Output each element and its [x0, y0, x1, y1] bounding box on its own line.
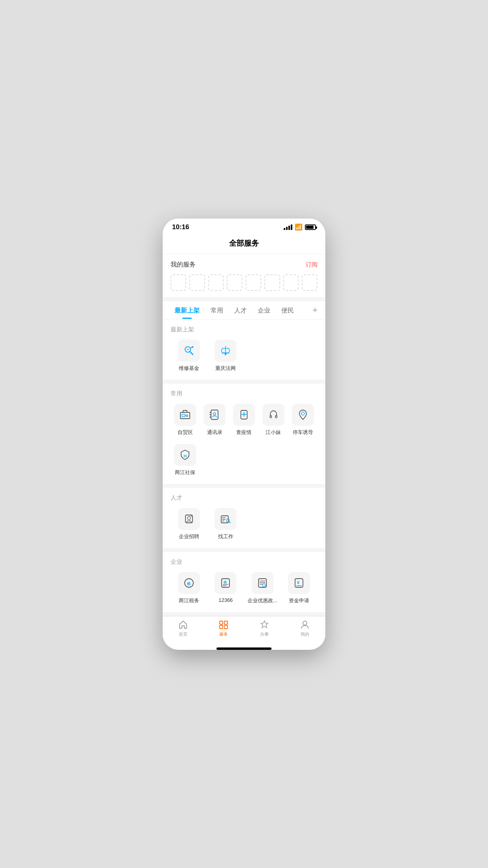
icon-自贸区	[174, 404, 196, 426]
status-bar: 10:16 📶	[163, 219, 325, 234]
icon-重庆法网	[215, 340, 237, 362]
svg-point-17	[301, 412, 305, 415]
svg-rect-44	[220, 625, 223, 629]
signal-icon	[284, 224, 292, 230]
icon-通讯录	[204, 404, 226, 426]
todo-icon	[259, 620, 270, 630]
service-item-维修基金[interactable]: 维修基金	[171, 340, 207, 372]
placeholder-slot	[208, 274, 224, 291]
svg-rect-10	[211, 410, 218, 419]
nav-label-home: 首页	[179, 631, 187, 637]
service-item-通讯录[interactable]: 通讯录	[200, 404, 229, 436]
placeholder-slot	[302, 274, 317, 291]
label-自贸区: 自贸区	[178, 429, 193, 436]
service-item-12366[interactable]: 税 12366	[207, 572, 244, 604]
svg-text:税: 税	[187, 582, 191, 586]
section-title-latest: 最新上架	[171, 326, 317, 333]
service-item-两江社保[interactable]: SI 两江社保	[171, 444, 200, 476]
tab-talent[interactable]: 人才	[229, 301, 252, 319]
tabs-row: 最新上架 常用 人才 企业 便民 +	[163, 301, 325, 320]
icon-江小妹	[262, 404, 284, 426]
service-item-查疫情[interactable]: 查疫情	[229, 404, 259, 436]
placeholder-slot	[264, 274, 280, 291]
section-title-common: 常用	[171, 390, 317, 397]
tab-common[interactable]: 常用	[205, 301, 229, 319]
tabs-section: 最新上架 常用 人才 企业 便民 +	[163, 301, 325, 320]
icon-停车诱导	[292, 404, 314, 426]
nav-item-todo[interactable]: 办事	[244, 620, 285, 637]
my-services-title: 我的服务	[171, 261, 196, 269]
main-content: 我的服务 订阅 最新上架 常用 人才 企业 便民 +	[163, 254, 325, 616]
label-两江税务: 两江税务	[179, 597, 199, 604]
bottom-nav: 首页 服务 办事	[163, 616, 325, 645]
svg-rect-9	[182, 414, 185, 417]
service-item-企业优惠政策[interactable]: 人 企业优惠政...	[244, 572, 281, 604]
battery-icon	[305, 224, 316, 230]
status-time: 10:16	[172, 223, 189, 231]
nav-item-home[interactable]: 首页	[163, 620, 204, 637]
nav-item-profile[interactable]: 我的	[285, 620, 326, 637]
icon-grid-latest: 维修基金 重庆法网	[171, 340, 317, 372]
wifi-icon: 📶	[295, 223, 303, 231]
label-找工作: 找工作	[218, 533, 233, 540]
placeholder-slot	[283, 274, 299, 291]
nav-item-services[interactable]: 服务	[204, 620, 244, 637]
svg-rect-42	[220, 621, 223, 624]
icon-企业优惠政策: 人	[251, 572, 273, 594]
label-江小妹: 江小妹	[266, 429, 281, 436]
label-企业优惠政策: 企业优惠政...	[248, 597, 277, 604]
icon-找工作	[215, 508, 237, 530]
tab-enterprise[interactable]: 企业	[252, 301, 276, 319]
service-item-找工作[interactable]: 找工作	[207, 508, 244, 540]
section-talent: 人才 企业招聘	[163, 488, 325, 548]
my-services-placeholder	[171, 274, 317, 291]
phone-frame: 10:16 📶 全部服务 我的服务 订阅	[163, 219, 325, 650]
status-icons: 📶	[284, 223, 316, 231]
page-title: 全部服务	[229, 239, 259, 247]
svg-text:¥: ¥	[297, 580, 300, 585]
home-icon	[178, 620, 188, 630]
service-item-停车诱导[interactable]: 停车诱导	[288, 404, 317, 436]
service-item-江小妹[interactable]: 江小妹	[259, 404, 288, 436]
section-latest: 最新上架 维修基金	[163, 320, 325, 380]
nav-label-profile: 我的	[301, 631, 309, 637]
service-item-两江税务[interactable]: 税 两江税务	[171, 572, 207, 604]
services-icon	[218, 620, 229, 630]
label-维修基金: 维修基金	[179, 365, 199, 372]
section-title-enterprise: 企业	[171, 558, 317, 566]
label-企业招聘: 企业招聘	[179, 533, 199, 540]
svg-line-26	[229, 522, 230, 523]
service-item-重庆法网[interactable]: 重庆法网	[207, 340, 244, 372]
label-通讯录: 通讯录	[207, 429, 222, 436]
svg-point-46	[303, 621, 307, 625]
svg-text:人: 人	[263, 585, 265, 587]
home-indicator	[216, 647, 272, 650]
nav-label-todo: 办事	[260, 631, 269, 637]
icon-grid-enterprise: 税 两江税务 税 12366	[171, 572, 317, 604]
icon-资金申请: ¥	[288, 572, 310, 594]
subscribe-button[interactable]: 订阅	[306, 261, 317, 268]
page-header: 全部服务	[163, 234, 325, 254]
icon-两江税务: 税	[178, 572, 200, 594]
svg-text:税: 税	[223, 580, 227, 584]
icon-grid-talent: 企业招聘 找工作	[171, 508, 317, 540]
label-两江社保: 两江社保	[175, 469, 195, 476]
tab-latest[interactable]: 最新上架	[169, 301, 205, 319]
service-item-资金申请[interactable]: ¥ 资金申请	[281, 572, 318, 604]
my-services-header: 我的服务 订阅	[171, 261, 317, 269]
service-item-自贸区[interactable]: 自贸区	[171, 404, 200, 436]
profile-icon	[300, 620, 310, 630]
label-停车诱导: 停车诱导	[293, 429, 313, 436]
service-item-企业招聘[interactable]: 企业招聘	[171, 508, 207, 540]
tab-add-button[interactable]: +	[311, 301, 319, 319]
section-enterprise: 企业 税 两江税务 税	[163, 552, 325, 612]
placeholder-slot	[227, 274, 242, 291]
icon-grid-common: 自贸区 通讯录	[171, 404, 317, 476]
icon-12366: 税	[215, 572, 237, 594]
icon-维修基金	[178, 340, 200, 362]
nav-label-services: 服务	[219, 631, 228, 637]
svg-line-1	[190, 351, 193, 355]
svg-rect-43	[224, 621, 227, 624]
svg-rect-7	[225, 353, 226, 355]
tab-convenience[interactable]: 便民	[276, 301, 299, 319]
